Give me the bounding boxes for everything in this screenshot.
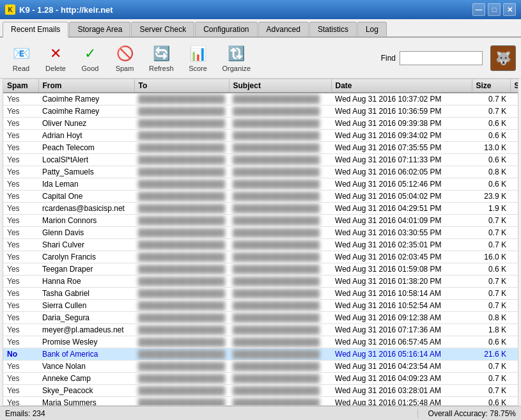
find-label: Find bbox=[381, 54, 396, 63]
spam-icon: 🚫 bbox=[114, 43, 135, 64]
organize-button[interactable]: 🔃 Organize bbox=[217, 40, 257, 75]
tab-bar: Recent EmailsStorage AreaServer CheckCon… bbox=[0, 19, 521, 38]
table-row[interactable]: YesPromise Wesley███████████████████████… bbox=[3, 336, 518, 348]
table-row[interactable]: Yesmeyer@pl.amadeus.net█████████████████… bbox=[3, 324, 518, 336]
table-row[interactable]: YesCaoimhe Ramey████████████████████████… bbox=[3, 93, 518, 105]
tab-advanced[interactable]: Advanced bbox=[258, 22, 309, 36]
table-row[interactable]: YesGlenn Davis██████████████████████████… bbox=[3, 227, 518, 239]
accuracy: Overall Accuracy: 78.75% bbox=[418, 409, 516, 418]
read-button[interactable]: 📧 Read bbox=[5, 40, 37, 75]
table-row[interactable]: YesAdrian Hoyt██████████████████████████… bbox=[3, 130, 518, 142]
table-row[interactable]: YesCapital One██████████████████████████… bbox=[3, 191, 518, 203]
refresh-button[interactable]: 🔄 Refresh bbox=[143, 40, 180, 75]
table-row[interactable]: YesSkye_Peacock█████████████████████████… bbox=[3, 385, 518, 397]
tab-storage-area[interactable]: Storage Area bbox=[69, 22, 130, 36]
col-from[interactable]: From bbox=[38, 79, 134, 93]
table-row[interactable]: YesPeach Telecom████████████████████████… bbox=[3, 142, 518, 154]
delete-icon: ✕ bbox=[45, 43, 66, 64]
table-row[interactable]: YesSierra Cullen████████████████████████… bbox=[3, 300, 518, 312]
table-row[interactable]: YesAnneke Camp██████████████████████████… bbox=[3, 373, 518, 385]
title-bar: K K9 - 1.28 - http://keir.net — □ ✕ bbox=[0, 0, 521, 19]
toolbar: 📧 Read ✕ Delete ✓ Good 🚫 Spam 🔄 Refresh … bbox=[0, 38, 521, 79]
table-row[interactable]: Yesrcardenas@basicisp.net███████████████… bbox=[3, 203, 518, 215]
refresh-icon: 🔄 bbox=[151, 43, 171, 64]
col-spam[interactable]: Spam bbox=[3, 79, 38, 93]
status-bar: Emails: 234 Overall Accuracy: 78.75% bbox=[0, 406, 521, 420]
minimize-button[interactable]: — bbox=[472, 3, 485, 16]
col-spam_%[interactable]: Spam % bbox=[510, 79, 518, 93]
table-row[interactable]: YesIda Leman████████████████████████████… bbox=[3, 178, 518, 191]
score-icon: 📊 bbox=[188, 43, 208, 64]
table-row[interactable]: YesShari Culver█████████████████████████… bbox=[3, 239, 518, 251]
col-size[interactable]: Size bbox=[472, 79, 510, 93]
table-row[interactable]: YesMaria Summers████████████████████████… bbox=[3, 397, 518, 407]
table-row[interactable]: YesTeegan Draper████████████████████████… bbox=[3, 263, 518, 276]
find-input[interactable] bbox=[400, 51, 483, 65]
tab-log[interactable]: Log bbox=[357, 22, 387, 36]
table-row[interactable]: YesCaoimhe Ramey████████████████████████… bbox=[3, 105, 518, 118]
tab-configuration[interactable]: Configuration bbox=[195, 22, 257, 36]
table-row[interactable]: YesCarolyn Francis██████████████████████… bbox=[3, 251, 518, 263]
table-row[interactable]: YesPatty_Samuels████████████████████████… bbox=[3, 166, 518, 178]
table-row[interactable]: YesDaria_Segura█████████████████████████… bbox=[3, 312, 518, 324]
tab-recent-emails[interactable]: Recent Emails bbox=[3, 22, 68, 38]
k9-logo: 🐺 bbox=[490, 45, 516, 71]
col-date[interactable]: Date bbox=[331, 79, 472, 93]
table-row[interactable]: YesLocalSl*tAlert███████████████████████… bbox=[3, 154, 518, 166]
maximize-button[interactable]: □ bbox=[488, 3, 501, 16]
tab-server-check[interactable]: Server Check bbox=[131, 22, 194, 36]
close-button[interactable]: ✕ bbox=[503, 3, 516, 16]
table-row[interactable]: NoBank of America███████████████████████… bbox=[3, 348, 518, 361]
window-title: K9 - 1.28 - http://keir.net bbox=[19, 5, 113, 15]
table-row[interactable]: YesTasha Gabriel████████████████████████… bbox=[3, 288, 518, 300]
col-to[interactable]: To bbox=[134, 79, 229, 93]
read-icon: 📧 bbox=[11, 43, 31, 64]
col-subject[interactable]: Subject bbox=[229, 79, 331, 93]
good-icon: ✓ bbox=[80, 43, 100, 64]
app-icon: K bbox=[5, 4, 15, 15]
good-button[interactable]: ✓ Good bbox=[74, 40, 106, 75]
email-table-container[interactable]: SpamFromToSubjectDateSizeSpam % YesCaoim… bbox=[3, 79, 518, 406]
spam-button[interactable]: 🚫 Spam bbox=[109, 40, 141, 75]
score-button[interactable]: 📊 Score bbox=[182, 40, 214, 75]
table-row[interactable]: YesVance Nolan██████████████████████████… bbox=[3, 361, 518, 373]
table-row[interactable]: YesMarion Connors███████████████████████… bbox=[3, 215, 518, 227]
table-row[interactable]: YesOliver Nunez█████████████████████████… bbox=[3, 118, 518, 130]
delete-button[interactable]: ✕ Delete bbox=[40, 40, 72, 75]
email-count: Emails: 234 bbox=[5, 409, 418, 418]
table-row[interactable]: YesHanna Roe████████████████████████████… bbox=[3, 276, 518, 288]
organize-icon: 🔃 bbox=[226, 43, 247, 64]
tab-statistics[interactable]: Statistics bbox=[309, 22, 357, 36]
